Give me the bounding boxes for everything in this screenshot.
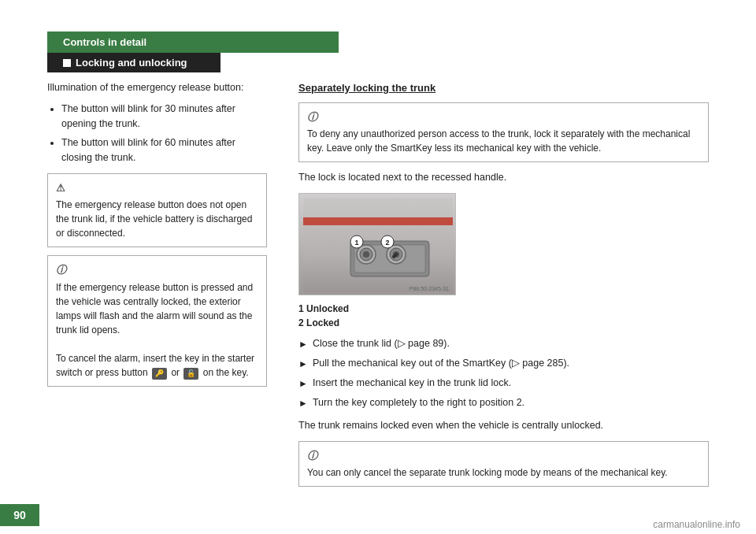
svg-rect-1 [303, 217, 453, 225]
page-number-label: 90 [13, 509, 26, 521]
caption-2-num: 2 [298, 317, 304, 328]
left-column: Illumination of the emergency release bu… [47, 80, 283, 534]
info-icon-right-bottom: ⓘ [307, 448, 700, 464]
intro-text: Illumination of the emergency release bu… [47, 80, 267, 95]
bullet-text-2: The button will blink for 60 minutes aft… [61, 137, 235, 163]
info-text-right-bottom: You can only cancel the separate trunk l… [307, 467, 668, 478]
key-icon-2: 🔓 [183, 368, 198, 380]
arrow-icon-4: ► [298, 396, 308, 410]
svg-text:1: 1 [355, 239, 359, 247]
info-icon-right: ⓘ [307, 109, 700, 125]
caption-1-text: Unlocked [306, 303, 349, 314]
arrow-list: ► Close the trunk lid (▷ page 89). ► Pul… [298, 336, 709, 410]
caption-1-num: 1 [298, 303, 304, 314]
list-item: ► Close the trunk lid (▷ page 89). [298, 336, 709, 351]
trunk-image: 1 2 P88.50-2345-31 [299, 194, 456, 295]
list-item: The button will blink for 60 minutes aft… [61, 135, 267, 165]
info-box-right-top: ⓘ To deny any unauthorized person access… [298, 102, 709, 163]
black-square-icon [63, 59, 71, 67]
separately-title: Separately locking the trunk [298, 80, 709, 96]
arrow-list-item-3: Insert the mechanical key in the trunk l… [313, 376, 511, 391]
page-number: 90 [0, 504, 39, 526]
arrow-icon-1: ► [298, 337, 308, 351]
content-area: Illumination of the emergency release bu… [0, 80, 756, 534]
list-item: ► Turn the key completely to the right t… [298, 395, 709, 410]
lock-location-text: The lock is located next to the recessed… [298, 170, 709, 185]
trunk-image-container: 1 2 P88.50-2345-31 [298, 193, 456, 295]
info-text-left-2c: on the key. [203, 367, 249, 378]
image-caption: 1 Unlocked 2 Locked [298, 302, 709, 330]
trunk-svg: 1 2 P88.50-2345-31 [303, 198, 453, 292]
note-box: ⚠ The emergency release button does not … [47, 173, 267, 248]
right-column: Separately locking the trunk ⓘ To deny a… [283, 80, 709, 534]
arrow-list-item-2: Pull the mechanical key out of the Smart… [313, 356, 569, 371]
info-icon-left: ⓘ [56, 262, 258, 278]
key-icon-1: 🔑 [152, 368, 167, 380]
svg-text:2: 2 [386, 239, 390, 247]
arrow-icon-2: ► [298, 357, 308, 371]
info-text-right: To deny any unauthorized person access t… [307, 128, 690, 154]
watermark: carmanualonline.info [653, 519, 740, 530]
info-text-left-1: If the emergency release button is press… [56, 282, 253, 336]
info-box-right-bottom: ⓘ You can only cancel the separate trunk… [298, 441, 709, 488]
caption-2-text: Locked [306, 317, 339, 328]
note-icon: ⚠ [56, 180, 258, 196]
arrow-icon-3: ► [298, 376, 308, 391]
summary-text: The trunk remains locked even when the v… [298, 418, 709, 433]
arrow-list-item-1: Close the trunk lid (▷ page 89). [313, 336, 450, 351]
list-item: ► Pull the mechanical key out of the Sma… [298, 356, 709, 371]
list-item: ► Insert the mechanical key in the trunk… [298, 376, 709, 391]
section-header-label: Controls in detail [63, 36, 146, 48]
arrow-list-item-4: Turn the key completely to the right to … [313, 395, 524, 410]
section-header: Controls in detail [47, 32, 339, 53]
list-item: The button will blink for 30 minutes aft… [61, 102, 267, 132]
svg-text:P88.50-2345-31: P88.50-2345-31 [410, 286, 449, 291]
subsection-label: Locking and unlocking [76, 57, 187, 69]
info-box-left: ⓘ If the emergency release button is pre… [47, 255, 267, 387]
page: Controls in detail Locking and unlocking… [0, 0, 756, 534]
bullet-text-1: The button will blink for 30 minutes aft… [61, 103, 235, 129]
info-text-left-2b: or [171, 367, 180, 378]
watermark-text: carmanualonline.info [653, 519, 740, 530]
bullet-list: The button will blink for 30 minutes aft… [61, 102, 267, 165]
note-text: The emergency release button does not op… [56, 199, 252, 239]
svg-point-6 [363, 251, 369, 258]
subsection-header: Locking and unlocking [47, 53, 220, 72]
